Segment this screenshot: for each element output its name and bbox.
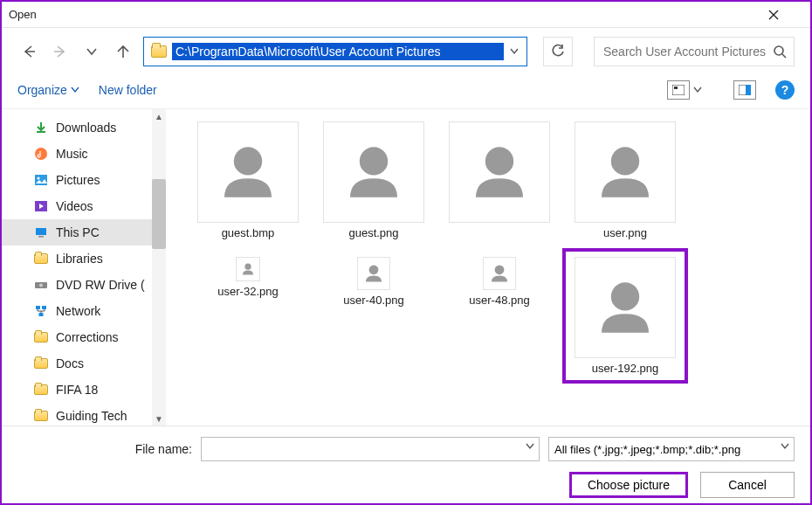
file-thumbnail <box>575 257 676 358</box>
view-mode-button[interactable] <box>667 80 702 100</box>
tree-item-network[interactable]: Network <box>2 298 166 324</box>
tree-scrollbar[interactable]: ▲ ▼ <box>152 109 166 425</box>
refresh-icon <box>550 44 566 59</box>
file-name: guest.bmp <box>222 226 275 239</box>
preview-pane-icon <box>739 85 751 95</box>
tree-item-downloads[interactable]: Downloads <box>2 114 166 141</box>
svg-point-21 <box>369 265 379 274</box>
search-icon <box>773 45 787 59</box>
file-name: user-48.png <box>469 294 529 307</box>
svg-point-18 <box>485 147 513 175</box>
svg-point-7 <box>38 177 40 180</box>
svg-point-5 <box>35 148 47 160</box>
window-title: Open <box>9 8 37 21</box>
choose-label: Choose picture <box>588 478 670 492</box>
chevron-down-icon <box>509 46 520 57</box>
file-thumbnail <box>236 257 260 281</box>
file-item[interactable]: user-192.png <box>564 253 686 378</box>
filter-dropdown[interactable] <box>780 441 790 452</box>
svg-point-23 <box>611 282 639 310</box>
search-input[interactable] <box>602 44 773 59</box>
folder-icon <box>33 408 49 424</box>
close-button[interactable] <box>768 10 803 20</box>
folder-icon <box>33 329 49 345</box>
tree-item-fifa-18[interactable]: FIFA 18 <box>2 377 166 403</box>
file-item[interactable]: user.png <box>564 118 686 243</box>
music-icon <box>33 146 49 162</box>
cancel-button[interactable]: Cancel <box>700 472 795 498</box>
tree-item-dvd-rw-drive-[interactable]: DVD RW Drive ( <box>2 272 166 298</box>
file-name: user-192.png <box>592 362 659 375</box>
svg-point-22 <box>495 265 505 274</box>
main-area: DownloadsMusicPicturesVideosThis PCLibra… <box>2 109 810 425</box>
new-folder-label: New folder <box>99 83 157 97</box>
thumbnails-icon <box>672 85 685 95</box>
tree-item-label: This PC <box>56 225 100 239</box>
pc-icon <box>33 225 49 240</box>
pictures-icon <box>33 172 49 188</box>
network-icon <box>33 303 49 319</box>
file-pane: guest.bmpguest.pnguser.pnguser-32.pnguse… <box>166 109 810 425</box>
scroll-up-icon[interactable]: ▲ <box>154 111 164 121</box>
history-dropdown[interactable] <box>80 40 103 63</box>
scroll-down-icon[interactable]: ▼ <box>154 413 164 424</box>
svg-point-19 <box>611 147 639 175</box>
tree-item-videos[interactable]: Videos <box>2 193 166 219</box>
command-bar: Organize New folder ? <box>2 75 810 109</box>
videos-icon <box>33 198 49 214</box>
address-bar[interactable]: C:\ProgramData\Microsoft\User Account Pi… <box>143 37 527 66</box>
up-button[interactable] <box>112 40 134 63</box>
preview-pane-button[interactable] <box>733 80 756 100</box>
back-button[interactable] <box>17 40 40 63</box>
folder-icon <box>151 45 167 58</box>
file-thumbnail <box>197 121 299 223</box>
choose-picture-button[interactable]: Choose picture <box>569 472 688 498</box>
tree-item-this-pc[interactable]: This PC <box>2 219 166 246</box>
svg-point-20 <box>244 264 251 270</box>
drive-icon <box>33 277 49 293</box>
tree-item-pictures[interactable]: Pictures <box>2 167 166 193</box>
nav-row: C:\ProgramData\Microsoft\User Account Pi… <box>2 28 810 75</box>
tree-item-label: DVD RW Drive ( <box>56 278 145 292</box>
file-item[interactable]: user-48.png <box>438 253 561 378</box>
help-button[interactable]: ? <box>775 80 795 100</box>
svg-rect-9 <box>36 228 46 235</box>
tree-item-libraries[interactable]: Libraries <box>2 246 166 272</box>
file-item[interactable]: user-40.png <box>313 253 435 378</box>
svg-rect-15 <box>39 313 44 316</box>
tree-item-label: Guiding Tech <box>56 409 127 423</box>
address-dropdown[interactable] <box>509 46 520 57</box>
file-name: user-32.png <box>217 285 278 298</box>
file-item[interactable] <box>438 118 561 243</box>
svg-rect-14 <box>42 306 46 309</box>
folder-icon <box>33 356 49 371</box>
address-path[interactable]: C:\ProgramData\Microsoft\User Account Pi… <box>172 43 504 60</box>
arrow-left-icon <box>21 44 37 59</box>
tree-item-corrections[interactable]: Corrections <box>2 324 166 350</box>
organize-menu[interactable]: Organize <box>17 83 79 97</box>
close-icon <box>768 10 779 20</box>
footer: File name: All files (*.jpg;*.jpeg;*.bmp… <box>2 425 810 505</box>
file-item[interactable]: guest.bmp <box>187 118 309 243</box>
tree-item-docs[interactable]: Docs <box>2 350 166 377</box>
tree-item-music[interactable]: Music <box>2 141 166 167</box>
new-folder-button[interactable]: New folder <box>99 83 157 97</box>
forward-button[interactable] <box>49 40 72 63</box>
search-box[interactable] <box>594 37 795 66</box>
download-icon <box>33 120 49 135</box>
tree-item-label: Downloads <box>56 121 116 135</box>
refresh-button[interactable] <box>543 37 573 66</box>
file-name: user.png <box>603 226 647 239</box>
filename-input[interactable] <box>201 437 540 461</box>
scroll-thumb[interactable] <box>152 179 166 249</box>
file-item[interactable]: user-32.png <box>187 253 309 378</box>
tree-item-label: Network <box>56 304 100 318</box>
arrow-up-icon <box>115 44 131 59</box>
file-item[interactable]: guest.png <box>313 118 435 243</box>
filename-dropdown[interactable] <box>525 441 535 452</box>
filetype-filter[interactable]: All files (*.jpg;*.jpeg;*.bmp;*.dib;*.pn… <box>548 437 795 461</box>
nav-tree: DownloadsMusicPicturesVideosThis PCLibra… <box>2 109 166 425</box>
file-thumbnail <box>357 257 390 290</box>
tree-item-label: Libraries <box>56 252 103 266</box>
tree-item-guiding-tech[interactable]: Guiding Tech <box>2 403 166 425</box>
